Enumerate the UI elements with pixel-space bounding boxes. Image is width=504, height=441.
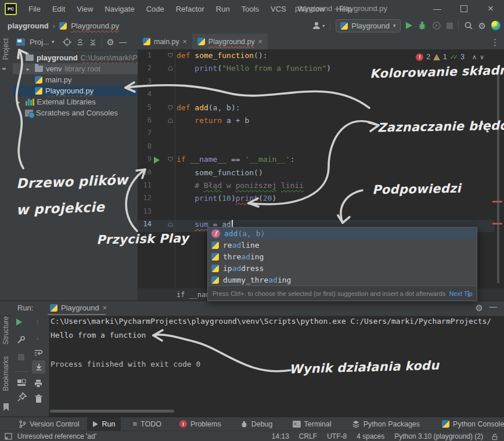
error-stripe-mark[interactable] bbox=[492, 223, 502, 225]
minimize-button[interactable]: — bbox=[424, 0, 451, 17]
tree-item-playground[interactable]: ▾ playground C:\Users\marki\Pych bbox=[13, 52, 142, 63]
toolwindow-todo[interactable]: ≡ TODO bbox=[129, 417, 164, 431]
debug-button[interactable] bbox=[417, 21, 427, 30]
project-settings-gear-icon[interactable]: ⚙ bbox=[107, 38, 114, 46]
soft-wrap-icon[interactable] bbox=[34, 348, 44, 357]
stop-button-disabled[interactable] bbox=[18, 354, 24, 360]
menu-vcs[interactable]: VCS bbox=[265, 5, 292, 13]
breadcrumb-file[interactable]: Playground.py bbox=[71, 21, 119, 30]
code-token bbox=[276, 181, 281, 190]
rerun-button[interactable] bbox=[16, 319, 22, 326]
editor-options-kebab-icon[interactable]: ⋮ bbox=[491, 37, 499, 48]
wrench-icon[interactable] bbox=[16, 335, 26, 345]
user-account-icon[interactable]: ▾ bbox=[312, 21, 325, 30]
editor-scrollbar[interactable] bbox=[497, 66, 499, 283]
completion-item-dummy-threading[interactable]: dummy_threading bbox=[208, 274, 477, 285]
pin-icon[interactable] bbox=[17, 392, 27, 402]
fold-marker[interactable] bbox=[168, 222, 173, 227]
tool-tab-structure[interactable]: Structure bbox=[2, 316, 10, 345]
toolwindow-python-console[interactable]: Python Console bbox=[438, 417, 504, 431]
toolwindow-problems[interactable]: ! Problems bbox=[176, 417, 225, 431]
close-button[interactable]: × bbox=[477, 0, 504, 17]
indent-style[interactable]: 4 spaces bbox=[357, 432, 384, 440]
toolwindow-debug[interactable]: Debug bbox=[237, 417, 276, 431]
settings-gear-icon[interactable]: ⚙ bbox=[478, 21, 486, 30]
tool-tab-project[interactable]: Project bbox=[2, 38, 10, 60]
completion-item-readline[interactable]: readline bbox=[208, 239, 477, 251]
line-separator[interactable]: CRLF bbox=[299, 432, 317, 440]
close-run-tab-icon[interactable]: × bbox=[103, 304, 107, 312]
print-icon[interactable] bbox=[34, 379, 43, 388]
fold-marker[interactable] bbox=[168, 66, 173, 71]
close-tab-icon[interactable]: × bbox=[183, 38, 187, 46]
breadcrumb: playground › Playground.py bbox=[8, 21, 119, 30]
run-line-play-icon[interactable] bbox=[154, 157, 160, 164]
fold-marker[interactable] bbox=[168, 118, 173, 123]
layout-icon[interactable] bbox=[17, 378, 26, 387]
run-button[interactable] bbox=[406, 22, 412, 29]
file-encoding[interactable]: UTF-8 bbox=[327, 432, 347, 440]
menu-view[interactable]: View bbox=[71, 5, 99, 13]
profiler-button[interactable] bbox=[432, 21, 441, 30]
next-problem-icon[interactable]: ∨ bbox=[480, 53, 484, 61]
scroll-to-end-icon[interactable] bbox=[32, 360, 45, 374]
menu-file[interactable]: File bbox=[23, 5, 46, 13]
fold-marker[interactable] bbox=[168, 105, 173, 110]
inspections-widget[interactable]: ! 2 1 ✓✓ 3 ∧ ∨ bbox=[416, 53, 484, 61]
popup-options-kebab-icon[interactable]: ⋮ bbox=[465, 289, 472, 298]
tree-item-external-libraries[interactable]: ▸ External Libraries bbox=[13, 96, 142, 107]
toolwindow-terminal[interactable]: >_ Terminal bbox=[289, 417, 335, 431]
menu-navigate[interactable]: Navigate bbox=[99, 5, 140, 13]
caret-position[interactable]: 14:13 bbox=[272, 432, 289, 440]
search-everywhere-icon[interactable] bbox=[464, 21, 473, 30]
folder-icon bbox=[35, 66, 43, 72]
python-interpreter[interactable]: Python 3.10 (playground) (2) bbox=[394, 432, 483, 440]
tab-main-py[interactable]: main.py × bbox=[138, 34, 192, 49]
stop-button[interactable] bbox=[447, 23, 453, 29]
trash-icon[interactable] bbox=[34, 394, 43, 403]
close-tab-icon[interactable]: × bbox=[258, 38, 262, 46]
completion-item-threading[interactable]: threading bbox=[208, 251, 477, 262]
hide-panel-icon[interactable]: — bbox=[119, 38, 127, 46]
prev-problem-icon[interactable]: ∧ bbox=[472, 53, 477, 61]
menu-code[interactable]: Code bbox=[141, 5, 170, 13]
function-icon: f bbox=[211, 229, 220, 238]
learn-plugin-icon[interactable] bbox=[491, 21, 501, 30]
completion-item-add[interactable]: f add(a, b) bbox=[208, 227, 477, 239]
collapse-all-icon[interactable] bbox=[89, 38, 97, 46]
run-configuration-select[interactable]: Playground ▾ bbox=[336, 19, 400, 32]
run-settings-gear-icon[interactable]: ⚙ bbox=[476, 303, 483, 312]
menu-run[interactable]: Run bbox=[210, 5, 236, 13]
menu-refactor[interactable]: Refactor bbox=[170, 5, 210, 13]
project-view-select[interactable]: Proj...▾ bbox=[30, 38, 55, 46]
console-hscrollbar[interactable] bbox=[50, 410, 174, 413]
fold-marker[interactable] bbox=[168, 157, 173, 162]
locate-file-icon[interactable] bbox=[63, 38, 71, 46]
menu-tools[interactable]: Tools bbox=[236, 5, 265, 13]
tool-windows-toggle-icon[interactable] bbox=[5, 433, 12, 440]
run-tab-playground[interactable]: Playground × bbox=[50, 303, 107, 312]
tree-item-scratches[interactable]: Scratches and Consoles bbox=[13, 107, 150, 118]
hide-run-panel-icon[interactable]: — bbox=[489, 302, 497, 311]
tool-tab-bookmarks[interactable]: Bookmarks bbox=[2, 356, 10, 391]
toolwindow-run[interactable]: Run bbox=[87, 417, 121, 431]
breadcrumb-project[interactable]: playground bbox=[8, 21, 49, 30]
expand-all-icon[interactable] bbox=[76, 38, 84, 46]
toolwindow-version-control[interactable]: Version Control bbox=[15, 417, 82, 431]
todo-list-icon: ≡ bbox=[132, 420, 137, 428]
up-stacktrace-icon[interactable]: ↑ bbox=[35, 318, 39, 326]
tree-item-venv[interactable]: ▸ venv library root bbox=[13, 63, 152, 74]
completion-item-ipaddress[interactable]: ipaddress bbox=[208, 262, 477, 274]
maximize-button[interactable] bbox=[451, 0, 477, 17]
tree-label: External Libraries bbox=[37, 97, 96, 106]
error-stripe-mark[interactable] bbox=[492, 201, 502, 203]
fold-marker[interactable] bbox=[168, 53, 173, 58]
code-token: Błąd bbox=[204, 181, 222, 190]
tab-playground-py[interactable]: Playground.py × bbox=[192, 34, 268, 51]
toolwindow-python-packages[interactable]: Python Packages bbox=[348, 417, 423, 431]
menu-edit[interactable]: Edit bbox=[46, 5, 71, 13]
toolbar-separator bbox=[330, 21, 330, 31]
annotation-error-highlighting: Zaznaczanie błędów bbox=[377, 118, 504, 135]
down-stacktrace-icon[interactable]: ↓ bbox=[35, 333, 39, 341]
lock-icon[interactable] bbox=[491, 433, 498, 440]
